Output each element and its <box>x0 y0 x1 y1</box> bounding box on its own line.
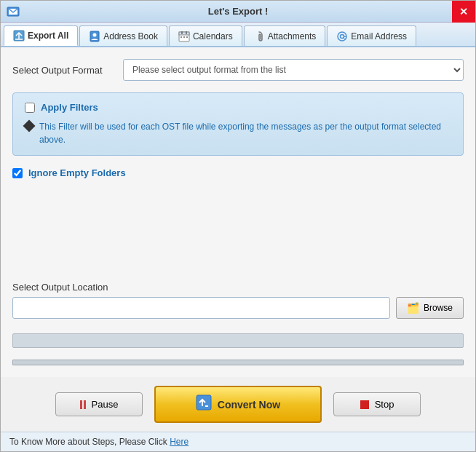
svg-rect-8 <box>179 32 189 35</box>
close-button[interactable]: ✕ <box>452 1 475 23</box>
ignore-folders-row: Ignore Empty Folders <box>12 167 464 178</box>
apply-filters-checkbox[interactable] <box>25 103 35 113</box>
footer-link[interactable]: Here <box>170 437 189 447</box>
footer-bar: To Know More about Steps, Please Click H… <box>1 432 475 451</box>
app-icon <box>7 5 20 18</box>
footer-text: To Know More about Steps, Please Click <box>9 437 167 447</box>
format-select[interactable]: Please select output format from the lis… <box>123 59 464 81</box>
ignore-folders-label[interactable]: Ignore Empty Folders <box>28 167 126 178</box>
tab-calendars[interactable]: Calendars <box>169 25 242 46</box>
attachments-icon <box>253 31 265 42</box>
tab-bar: Export All Address Book <box>1 23 475 47</box>
apply-filters-row: Apply Filters <box>25 102 451 113</box>
address-book-icon <box>89 31 100 42</box>
tab-attachments-label: Attachments <box>268 31 317 41</box>
bottom-buttons: Pause Convert Now Stop <box>1 377 475 432</box>
calendars-icon <box>178 31 190 42</box>
tab-attachments[interactable]: Attachments <box>244 25 326 46</box>
ignore-folders-checkbox[interactable] <box>12 168 23 178</box>
progress-bar-container <box>12 333 464 348</box>
output-location-label: Select Output Location <box>12 282 464 293</box>
output-section: Select Output Location 🗂️ Browse <box>12 282 464 319</box>
content-area: Select Output Format Please select outpu… <box>1 47 475 377</box>
browse-icon: 🗂️ <box>407 302 419 314</box>
filter-info: This Filter will be used for each OST fi… <box>25 120 451 146</box>
progress-track <box>12 360 464 365</box>
stop-icon <box>360 400 369 409</box>
pause-icon <box>80 400 86 409</box>
filter-section: Apply Filters This Filter will be used f… <box>12 92 464 156</box>
stop-button[interactable]: Stop <box>333 392 421 416</box>
svg-rect-11 <box>181 36 182 38</box>
browse-label: Browse <box>424 303 453 313</box>
tab-export-all[interactable]: Export All <box>4 25 78 46</box>
format-label: Select Output Format <box>12 65 114 76</box>
filter-info-text: This Filter will be used for each OST fi… <box>39 120 451 146</box>
stop-label: Stop <box>375 399 394 410</box>
tab-address-book-label: Address Book <box>103 31 158 41</box>
window-title: Let's Export ! <box>208 6 269 17</box>
title-bar: Let's Export ! ✕ <box>1 1 475 23</box>
tab-address-book[interactable]: Address Book <box>79 25 167 46</box>
svg-rect-12 <box>183 36 185 38</box>
tab-email-address-label: Email Address <box>351 31 407 41</box>
convert-icon <box>196 394 212 414</box>
tab-calendars-label: Calendars <box>193 31 233 41</box>
content-spacer <box>12 187 464 273</box>
tab-email-address[interactable]: Email Address <box>327 25 416 46</box>
browse-button[interactable]: 🗂️ Browse <box>396 297 464 319</box>
output-input-row: 🗂️ Browse <box>12 297 464 319</box>
output-path-input[interactable] <box>12 297 390 319</box>
format-row: Select Output Format Please select outpu… <box>12 59 464 81</box>
convert-now-button[interactable]: Convert Now <box>154 386 322 423</box>
export-all-icon <box>13 30 25 41</box>
pause-button[interactable]: Pause <box>55 392 143 416</box>
svg-rect-17 <box>197 395 211 410</box>
main-window: Let's Export ! ✕ Export All <box>0 0 476 452</box>
svg-point-6 <box>93 33 97 36</box>
convert-label: Convert Now <box>218 399 280 411</box>
pause-label: Pause <box>92 399 119 410</box>
diamond-icon <box>23 120 36 132</box>
svg-point-15 <box>341 34 344 38</box>
apply-filters-label[interactable]: Apply Filters <box>41 102 98 113</box>
svg-rect-13 <box>186 36 188 38</box>
email-address-icon <box>336 31 348 42</box>
tab-export-all-label: Export All <box>28 31 68 41</box>
